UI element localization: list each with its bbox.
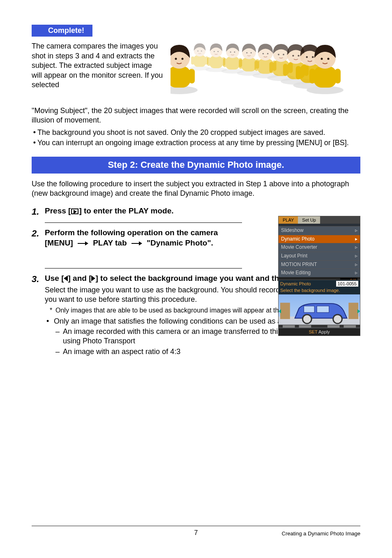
background-preview [279,294,360,328]
bg-select-screenshot: Dynamic Photo 101-0055 Select the backgr… [278,280,360,336]
svg-point-16 [302,315,311,324]
condition-item: –An image with an aspect ratio of 4:3 [45,347,360,357]
menu-item: Movie Converter▹ [279,243,360,252]
svg-point-5 [175,58,177,60]
menu-item-selected: Dynamic Photo▸ [279,235,360,243]
svg-rect-13 [348,303,358,319]
tab-setup: Set Up [298,216,320,224]
step-bar: Step 2: Create the Dynamic Photo image. [32,157,360,174]
menu-item: Slideshow▹ [279,226,360,235]
step-number: 3. [32,273,45,315]
svg-rect-20 [299,325,311,327]
svg-rect-14 [304,306,314,313]
menu-screenshot: PLAY Set Up Slideshow▹ Dynamic Photo▸ Mo… [278,216,360,285]
svg-rect-12 [280,303,290,319]
intro-bullets: •The background you shoot is not saved. … [32,128,360,148]
hero-image [171,42,360,106]
svg-rect-4 [189,69,195,83]
left-triangle-icon [64,276,68,281]
arrow-icon [131,238,142,249]
page-number: 7 [194,529,198,537]
tab-play: PLAY [279,216,298,224]
arrow-icon [78,238,88,249]
menu-item: MOTION PRINT▹ [279,260,360,269]
svg-rect-19 [283,325,295,327]
apply-row: SET Apply [279,328,360,336]
play-icon [71,208,78,214]
svg-marker-24 [357,309,360,313]
svg-point-6 [182,58,184,60]
menu-item: Layout Print▹ [279,252,360,260]
svg-point-17 [333,315,342,324]
lead-text: Use the following procedure to insert th… [32,179,360,199]
screen-subtitle: Select the background image. [279,287,360,294]
image-id: 101-0055 [336,281,359,287]
bullet-text: You can interrupt an ongoing image extra… [37,138,349,148]
svg-marker-10 [139,241,142,245]
svg-marker-8 [85,241,88,245]
svg-rect-1 [171,66,191,88]
svg-rect-15 [317,306,329,313]
bullet-text: The background you shoot is not saved. O… [37,128,325,137]
intro-text-wrap: The camera compares the images you shot … [32,42,163,106]
right-triangle-icon [91,276,95,281]
step-number: 2. [32,228,45,248]
screen-title: Dynamic Photo [280,281,311,287]
complete-label: Complete! [32,25,92,37]
svg-marker-23 [279,309,281,313]
svg-rect-22 [344,325,356,327]
svg-rect-21 [327,325,340,327]
footer-title: Creating a Dynamic Photo Image [282,530,360,537]
intro-text-continued: "Moving Subject", the 20 subject images … [32,106,360,125]
step-number: 1. [32,206,45,218]
menu-item: Movie Editing▹ [279,269,360,277]
